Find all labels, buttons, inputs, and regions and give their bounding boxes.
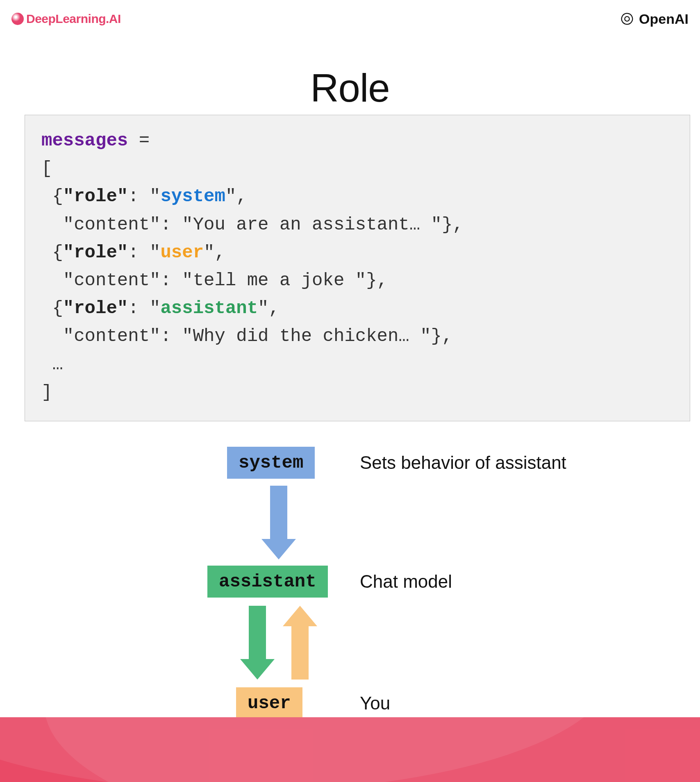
diagram-desc-assistant: Chat model [360,571,452,592]
deeplearning-brand-text: DeepLearning.AI [26,12,121,26]
code-role-key-1: "role" [63,186,128,207]
deeplearning-logo: DeepLearning.AI [11,12,121,26]
slide-title: Role [0,66,700,111]
arrow-assistant-to-user-icon [240,606,275,680]
code-content-val-2: "tell me a joke " [182,270,366,291]
footer-decorative-band [0,717,700,782]
code-var: messages [41,130,128,151]
code-role-system: system [160,186,225,207]
diagram-desc-user: You [360,693,390,714]
code-equals: = [128,130,150,151]
diagram-node-user: user [236,687,302,719]
svg-point-0 [625,16,629,21]
role-diagram: system Sets behavior of assistant assist… [0,434,700,716]
openai-brand-text: OpenAI [639,11,689,27]
openai-knot-icon [619,11,635,27]
openai-logo: OpenAI [619,11,689,27]
code-ellipsis: … [41,354,63,375]
diagram-node-assistant: assistant [207,566,328,598]
code-content-key-1: "content" [63,214,161,235]
code-role-assistant: assistant [160,298,258,318]
diagram-node-system: system [227,447,315,479]
code-open-bracket: [ [41,158,52,179]
code-role-key-3: "role" [63,298,128,318]
code-content-val-3: "Why did the chicken… " [182,326,431,346]
slide-header: DeepLearning.AI OpenAI [0,7,700,31]
code-close-bracket: ] [41,382,52,402]
code-content-key-3: "content" [63,326,161,346]
arrow-user-to-assistant-icon [283,606,317,680]
code-block: messages = [ {"role": "system", "content… [25,115,690,421]
diagram-desc-system: Sets behavior of assistant [360,452,566,473]
arrow-system-to-assistant-icon [261,486,296,559]
deeplearning-ball-icon [11,13,24,25]
code-content-val-1: "You are an assistant… " [182,214,442,235]
code-role-user: user [160,242,204,263]
code-role-key-2: "role" [63,242,128,263]
code-content-key-2: "content" [63,270,161,291]
